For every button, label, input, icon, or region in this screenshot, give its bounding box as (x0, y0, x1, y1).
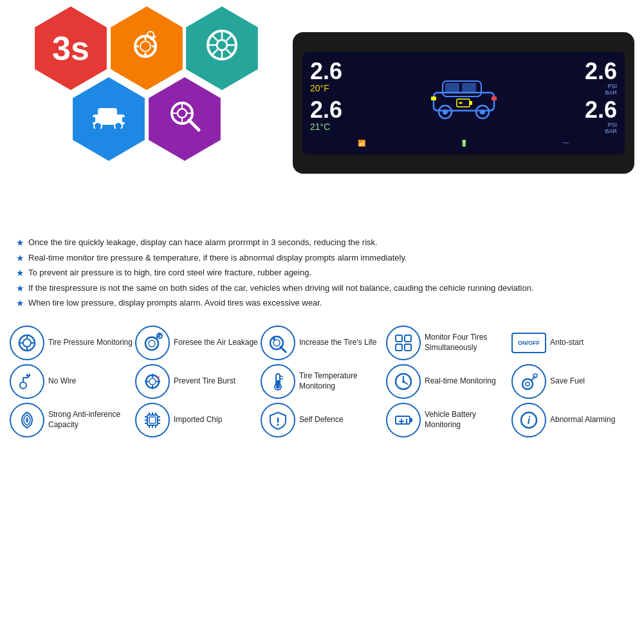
svg-point-89 (526, 382, 529, 386)
svg-line-16 (226, 35, 232, 41)
star-icon-1: ★ (16, 237, 24, 250)
monitor-battery-icon: 🔋 (460, 140, 468, 147)
realtime-icon (386, 364, 421, 399)
svg-point-20 (94, 122, 102, 129)
monitor-car-svg (428, 75, 499, 120)
svg-point-1 (140, 41, 151, 51)
tire-pressure-icon (10, 326, 44, 360)
hex-wheel (180, 6, 264, 90)
imported-chip-label: Imported Chip (174, 415, 222, 425)
realtime-label: Real-time Monitoring (425, 376, 496, 387)
bullet-4: ★ If the tirespressure is not the same o… (16, 282, 628, 295)
hex-search-wheel (143, 77, 226, 161)
temp-monitoring-label: Tire Temperature Monitoring (299, 371, 383, 391)
monitor-bl-temp: 21°C (310, 122, 385, 132)
hex-grid: 3s (10, 6, 280, 225)
monitor-br-unit: PSIBAR (542, 122, 617, 134)
svg-point-72 (149, 378, 156, 385)
bullet-5: ★ When tire low pressure, display prompt… (16, 297, 628, 310)
top-section: 3s (10, 6, 634, 225)
svg-point-93 (26, 419, 28, 421)
svg-point-46 (23, 339, 31, 347)
monitor-br-value: 2.6 (542, 98, 617, 122)
features-grid: Tire Pressure Monitoring Foresee the Air… (10, 323, 634, 440)
temp-icon (261, 364, 295, 399)
tire-pressure-label: Tire Pressure Monitoring (48, 338, 133, 348)
self-defence-label: Self Defence (299, 415, 344, 425)
tire-life-label: Increase the Tire's Life (299, 338, 376, 348)
feature-no-wire: No Wire (10, 364, 133, 399)
svg-line-15 (226, 50, 232, 55)
monitor-bl-value: 2.6 (310, 98, 385, 122)
svg-rect-22 (90, 117, 95, 122)
auto-start-label: Anto-start (550, 338, 584, 348)
feature-auto-start: ON/OFF Anto-start (511, 326, 634, 360)
save-fuel-label: Save Fuel (550, 376, 585, 387)
svg-point-52 (149, 340, 155, 347)
feature-imported-chip: Imported Chip (135, 403, 258, 437)
svg-rect-95 (149, 417, 156, 423)
hex-tire-timer (105, 6, 189, 90)
bullet-2-text: Real-time monitor tire pressure & temper… (28, 252, 407, 264)
page: 3s (0, 0, 644, 644)
svg-point-25 (178, 109, 187, 118)
four-tires-label: Monitor Four Tires Simultaneously (425, 333, 509, 353)
battery-monitoring-label: Vehicle Battery Monitoring (425, 410, 509, 430)
feature-air-leakage: Foresee the Air Leakage (135, 326, 258, 360)
svg-point-58 (273, 340, 280, 346)
svg-line-17 (212, 50, 217, 55)
svg-rect-31 (434, 93, 494, 111)
monitor-signal-icon: 〰 (563, 140, 569, 147)
tire-burst-icon (135, 364, 170, 399)
tire-burst-label: Prevent Tire Burst (174, 376, 235, 387)
feature-tire-life: Increase the Tire's Life (261, 326, 383, 360)
monitor-status-row: 📶 🔋 〰 (310, 140, 617, 147)
svg-point-38 (480, 109, 485, 115)
feature-tire-pressure: Tire Pressure Monitoring (10, 326, 133, 360)
svg-rect-111 (410, 418, 412, 422)
svg-point-51 (145, 337, 158, 350)
imported-chip-icon (135, 403, 170, 437)
svg-point-65 (20, 382, 26, 389)
battery-monitoring-icon (386, 403, 421, 437)
anti-inference-icon (10, 403, 44, 437)
four-tires-icon (386, 326, 421, 360)
svg-line-30 (189, 120, 199, 130)
monitor-car-display (387, 60, 540, 134)
svg-rect-62 (405, 335, 411, 342)
anti-inference-label: Strong Anti-inference Capacity (48, 410, 133, 430)
monitor-tl-temp: 20°F (310, 83, 385, 93)
svg-rect-63 (396, 344, 402, 351)
svg-point-36 (443, 109, 448, 115)
svg-text:i: i (528, 415, 531, 426)
bullet-4-text: If the tirespressure is not the same on … (28, 282, 534, 294)
self-defence-icon (261, 403, 295, 437)
hex-3s: 3s (29, 6, 113, 90)
svg-rect-33 (445, 83, 459, 93)
star-icon-2: ★ (16, 252, 24, 265)
svg-point-88 (522, 379, 533, 389)
no-wire-icon (10, 364, 44, 399)
svg-point-9 (217, 40, 227, 50)
monitor-device: 2.6 20°F (293, 32, 634, 174)
feature-save-fuel: Save Fuel (511, 364, 634, 399)
monitor-screen: 2.6 20°F (302, 52, 625, 154)
feature-temp-monitoring: Tire Temperature Monitoring (261, 364, 383, 399)
hex-3s-text: 3s (52, 29, 89, 68)
car-icon (86, 103, 131, 135)
save-fuel-icon (511, 364, 546, 399)
svg-rect-19 (98, 108, 117, 118)
svg-point-81 (276, 385, 280, 389)
monitor-top-right: 2.6 PSIBAR (542, 60, 617, 96)
svg-point-60 (273, 338, 275, 340)
star-icon-4: ★ (16, 282, 24, 295)
svg-rect-61 (396, 335, 402, 342)
feature-abnormal-alarming: i Abnormal Alarming (511, 403, 634, 437)
air-leakage-label: Foresee the Air Leakage (174, 338, 258, 348)
bullet-2: ★ Real-time monitor tire pressure & temp… (16, 252, 628, 265)
svg-line-14 (212, 35, 217, 41)
feature-tire-burst: Prevent Tire Burst (135, 364, 258, 399)
monitor-wifi-icon: 📶 (358, 140, 365, 147)
svg-point-109 (277, 423, 279, 425)
star-icon-3: ★ (16, 267, 24, 280)
